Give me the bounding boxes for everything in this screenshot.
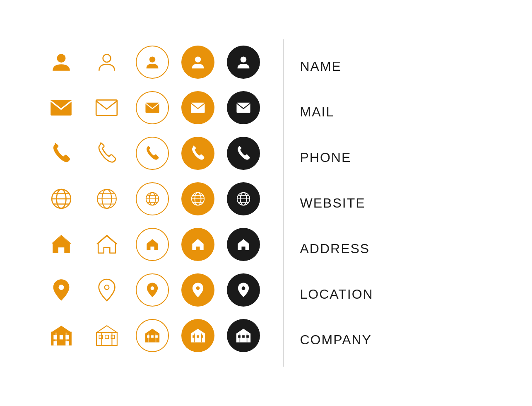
svg-point-0: [57, 54, 65, 63]
label-website: WEBSITE: [300, 180, 373, 226]
svg-point-4: [240, 56, 246, 62]
svg-point-39: [196, 286, 200, 290]
person-icon-circle-black: [227, 46, 260, 79]
svg-marker-52: [96, 326, 117, 333]
svg-point-2: [149, 56, 155, 62]
phone-icon-outline: [90, 137, 123, 170]
vertical-divider: [283, 39, 284, 367]
label-company: COMPANY: [300, 317, 373, 362]
phone-icon-circle-outline: [136, 137, 169, 170]
label-address: ADDRESS: [300, 226, 373, 271]
svg-rect-9: [236, 103, 250, 113]
svg-rect-65: [190, 334, 205, 342]
company-icon-flat: [45, 319, 78, 352]
svg-rect-49: [55, 333, 57, 346]
icons-grid: [39, 39, 266, 367]
website-icon-circle-orange: [181, 182, 214, 215]
svg-rect-75: [242, 335, 245, 338]
person-icon-circle-outline: [136, 46, 169, 79]
svg-rect-61: [151, 335, 154, 338]
company-icon-circle-black: [227, 319, 260, 352]
home-icon-circle-orange: [181, 228, 214, 261]
svg-point-37: [104, 285, 109, 290]
location-icon-circle-outline: [136, 273, 169, 307]
svg-rect-44: [59, 335, 63, 339]
home-icon-circle-outline: [136, 228, 169, 261]
label-name: NAME: [300, 44, 373, 89]
mail-icon-circle-outline: [136, 91, 169, 124]
svg-rect-58: [145, 334, 159, 342]
svg-point-38: [150, 286, 154, 290]
company-icon-circle-orange: [181, 319, 214, 352]
svg-point-3: [195, 56, 200, 62]
svg-rect-51: [96, 333, 117, 346]
company-icon-circle-outline: [136, 319, 169, 352]
svg-rect-6: [96, 100, 117, 115]
svg-rect-68: [197, 335, 199, 338]
mail-icon-circle-orange: [181, 91, 214, 124]
svg-rect-5: [51, 100, 72, 115]
mail-icon-circle-black: [227, 91, 260, 124]
svg-rect-7: [145, 103, 159, 113]
website-icon-outline: [90, 182, 123, 215]
home-icon-flat: [45, 228, 78, 261]
labels-column: NAME MAIL PHONE WEBSITE ADDRESS LOCATION…: [300, 39, 373, 367]
label-phone: PHONE: [300, 135, 373, 180]
svg-rect-54: [105, 335, 108, 338]
phone-icon-circle-orange: [181, 137, 214, 170]
label-location: LOCATION: [300, 271, 373, 317]
website-icon-circle-outline: [136, 182, 169, 215]
person-icon-flat: [45, 46, 78, 79]
svg-marker-59: [145, 329, 159, 334]
svg-point-40: [241, 286, 245, 290]
svg-rect-72: [236, 334, 250, 342]
svg-rect-50: [65, 333, 67, 346]
person-icon-circle-orange: [181, 46, 214, 79]
phone-icon-circle-black: [227, 137, 260, 170]
website-icon-circle-black: [227, 182, 260, 215]
svg-point-36: [58, 285, 64, 290]
person-icon-outline: [90, 46, 123, 79]
label-mail: MAIL: [300, 89, 373, 135]
svg-rect-8: [191, 103, 205, 113]
location-icon-circle-orange: [181, 273, 214, 307]
svg-marker-42: [51, 326, 72, 333]
svg-marker-73: [236, 329, 250, 334]
svg-marker-66: [190, 329, 205, 334]
phone-icon-flat: [45, 137, 78, 170]
svg-rect-48: [51, 332, 72, 333]
mail-icon-outline: [90, 91, 123, 124]
home-icon-circle-black: [227, 228, 260, 261]
main-container: NAME MAIL PHONE WEBSITE ADDRESS LOCATION…: [39, 39, 494, 367]
mail-icon-flat: [45, 91, 78, 124]
location-icon-circle-black: [227, 273, 260, 307]
location-icon-flat: [45, 273, 78, 307]
website-icon-flat: [45, 182, 78, 215]
location-icon-outline: [90, 273, 123, 307]
company-icon-outline: [90, 319, 123, 352]
home-icon-outline: [90, 228, 123, 261]
svg-point-1: [103, 54, 111, 62]
